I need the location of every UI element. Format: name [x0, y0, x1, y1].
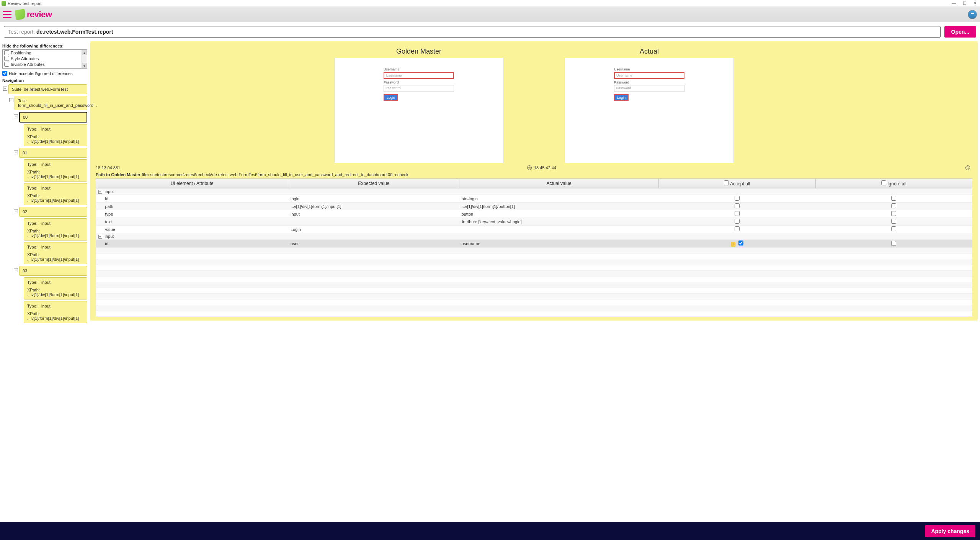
- report-label: Test report:: [8, 29, 36, 35]
- open-button[interactable]: Open...: [944, 26, 976, 38]
- ac-login-button: Login: [614, 94, 629, 101]
- col-ui-element[interactable]: UI element / Attribute: [96, 179, 288, 188]
- table-row[interactable]: − input: [96, 188, 972, 195]
- col-ignore-all[interactable]: Ignore all: [815, 179, 972, 188]
- tree-toggle-icon[interactable]: −: [3, 87, 7, 91]
- nav-node[interactable]: Type: inputXPath: ...iv[1]/form[1]/div[1…: [24, 301, 87, 323]
- golden-master-title: Golden Master: [334, 47, 503, 56]
- ignore-checkbox[interactable]: [891, 226, 896, 231]
- tree-toggle-icon[interactable]: −: [98, 235, 102, 239]
- nav-node[interactable]: −02: [19, 207, 87, 217]
- close-button[interactable]: ✕: [972, 1, 978, 6]
- tree-toggle-icon[interactable]: −: [14, 268, 18, 272]
- ac-username-input: Username: [614, 72, 684, 79]
- gm-password-input: Password: [384, 85, 454, 92]
- filter-scrollbar[interactable]: ▴ ▾: [82, 50, 87, 68]
- nav-node[interactable]: Type: inputXPath: ...iv[1]/form[1]/div[1…: [24, 183, 87, 205]
- ignore-all-checkbox[interactable]: [881, 180, 886, 185]
- scroll-up-icon[interactable]: ▴: [82, 50, 87, 55]
- table-row[interactable]: textAttribute [key=text, value=Login]: [96, 218, 972, 226]
- logo-text: review: [27, 10, 52, 20]
- accept-checkbox[interactable]: [735, 211, 740, 216]
- timestamp-bar: 18:13:04.881 ◷ 18:45:42.44 ◷: [96, 165, 972, 170]
- ac-password-input: Password: [614, 85, 684, 92]
- nav-node[interactable]: Type: inputXPath: ...iv[1]/div[1]/form[1…: [24, 159, 87, 182]
- filters-heading: Hide the following differences:: [2, 44, 87, 48]
- top-toolbar: review: [0, 7, 980, 22]
- filter-option[interactable]: Positioning: [3, 50, 82, 56]
- titlebar: Review test report — ☐ ✕: [0, 0, 980, 7]
- golden-master-path: Path to Golden Master file: src\test\res…: [96, 172, 972, 177]
- table-row[interactable]: iduserusername!: [96, 240, 972, 248]
- actual-screenshot: Username Username Password Password Logi…: [565, 58, 734, 163]
- navigation-heading: Navigation: [2, 78, 87, 83]
- nav-node[interactable]: −03: [19, 266, 87, 276]
- window-title: Review test report: [8, 1, 950, 6]
- table-row[interactable]: idloginbtn-login: [96, 195, 972, 203]
- filter-list[interactable]: Positioning Style Attributes Invisible A…: [2, 49, 87, 69]
- nav-node[interactable]: −01: [19, 148, 87, 158]
- maximize-button[interactable]: ☐: [961, 1, 968, 6]
- filter-option[interactable]: Invisible Attributes: [3, 61, 82, 67]
- accept-checkbox[interactable]: [735, 203, 740, 208]
- nav-node[interactable]: −Test: form_should_fill_in_user_and_pass…: [15, 96, 87, 110]
- clock-icon: ◷: [965, 165, 970, 170]
- avatar[interactable]: [968, 10, 977, 19]
- table-row[interactable]: valueLogin: [96, 226, 972, 233]
- app-icon: [2, 1, 6, 6]
- accept-checkbox[interactable]: [738, 241, 743, 245]
- accept-checkbox[interactable]: [735, 226, 740, 231]
- nav-node[interactable]: Type: inputXPath: ...iv[1]/div[1]/form[1…: [24, 124, 87, 146]
- tree-toggle-icon[interactable]: −: [14, 114, 18, 118]
- actual-timestamp: 18:45:42.44: [534, 165, 556, 170]
- logo-mark-icon: [15, 9, 26, 20]
- ignore-checkbox[interactable]: [891, 219, 896, 224]
- table-row[interactable]: − input: [96, 233, 972, 240]
- diff-table: UI element / Attribute Expected value Ac…: [96, 178, 972, 317]
- report-value: de.retest.web.FormTest.report: [36, 29, 113, 35]
- scroll-down-icon[interactable]: ▾: [82, 63, 87, 68]
- golden-master-screenshot: Username Username Password Password Logi…: [334, 58, 503, 163]
- ignore-checkbox[interactable]: [891, 203, 896, 208]
- report-bar: Test report: de.retest.web.FormTest.repo…: [0, 22, 980, 41]
- nav-tree: −Suite: de.retest.web.FormTest−Test: for…: [2, 84, 87, 323]
- ignore-checkbox[interactable]: [891, 196, 896, 201]
- nav-node[interactable]: −00: [19, 112, 87, 123]
- menu-icon[interactable]: [3, 11, 11, 18]
- filter-option[interactable]: Style Attributes: [3, 56, 82, 61]
- report-path-display: Test report: de.retest.web.FormTest.repo…: [4, 26, 941, 38]
- golden-master-preview: Golden Master Username Username Password…: [334, 47, 503, 163]
- clock-icon: ◷: [527, 165, 532, 170]
- golden-timestamp: 18:13:04.881: [96, 165, 120, 170]
- tree-toggle-icon[interactable]: −: [9, 98, 13, 102]
- nav-node[interactable]: Type: inputXPath: ...iv[1]/form[1]/div[1…: [24, 242, 87, 264]
- col-actual[interactable]: Actual value: [459, 179, 659, 188]
- logo: review: [15, 10, 52, 20]
- accept-checkbox[interactable]: [735, 219, 740, 224]
- table-row[interactable]: path...v[1]/div[1]/form[1]/input[1]...v[…: [96, 203, 972, 210]
- gm-username-input: Username: [384, 72, 454, 79]
- nav-node[interactable]: −Suite: de.retest.web.FormTest: [8, 84, 87, 94]
- actual-preview: Actual Username Username Password Passwo…: [565, 47, 734, 163]
- col-expected[interactable]: Expected value: [288, 179, 459, 188]
- hide-accepted-checkbox[interactable]: Hide accepted/ignored differences: [2, 71, 87, 76]
- nav-node[interactable]: Type: inputXPath: ...iv[1]/div[1]/form[1…: [24, 277, 87, 299]
- col-accept-all[interactable]: Accept all: [659, 179, 815, 188]
- table-row[interactable]: typeinputbutton: [96, 210, 972, 218]
- tree-toggle-icon[interactable]: −: [98, 190, 102, 194]
- accept-checkbox[interactable]: [735, 196, 740, 201]
- ignore-checkbox[interactable]: [891, 241, 896, 246]
- tree-toggle-icon[interactable]: −: [14, 150, 18, 154]
- warning-icon: !: [731, 242, 735, 247]
- nav-node[interactable]: Type: inputXPath: ...iv[1]/div[1]/form[1…: [24, 218, 87, 241]
- tree-toggle-icon[interactable]: −: [14, 209, 18, 213]
- sidebar: Hide the following differences: Position…: [2, 41, 87, 325]
- gm-login-button: Login: [384, 94, 398, 101]
- actual-title: Actual: [565, 47, 734, 56]
- main-panel: Golden Master Username Username Password…: [90, 41, 978, 321]
- accept-all-checkbox[interactable]: [724, 180, 729, 185]
- hide-accepted-label: Hide accepted/ignored differences: [9, 71, 73, 76]
- minimize-button[interactable]: —: [950, 1, 957, 6]
- ignore-checkbox[interactable]: [891, 211, 896, 216]
